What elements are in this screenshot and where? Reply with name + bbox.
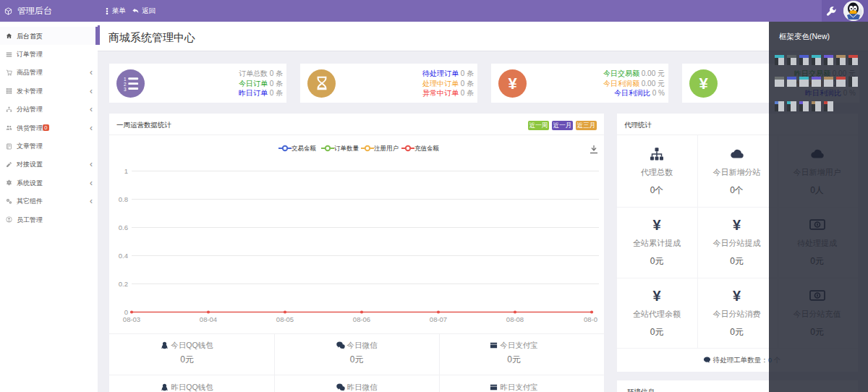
svg-text:08-0: 08-0	[584, 315, 597, 323]
svg-text:08-03: 08-03	[123, 315, 140, 323]
svg-text:08-08: 08-08	[506, 315, 524, 323]
svg-text:充值金额: 充值金额	[414, 145, 440, 152]
svg-text:08-07: 08-07	[430, 315, 447, 323]
svg-text:08-04: 08-04	[200, 315, 217, 323]
svg-text:0.2: 0.2	[119, 280, 128, 288]
svg-text:0.6: 0.6	[119, 223, 128, 231]
svg-text:1: 1	[124, 167, 128, 175]
svg-text:注册用户: 注册用户	[374, 145, 399, 152]
svg-text:3: 3	[123, 86, 126, 91]
svg-text:0.4: 0.4	[119, 252, 128, 260]
svg-text:订单数量: 订单数量	[334, 145, 359, 152]
svg-text:交易金额: 交易金额	[292, 145, 317, 152]
svg-text:1: 1	[123, 76, 126, 81]
svg-text:08-05: 08-05	[276, 315, 294, 323]
svg-text:0.8: 0.8	[119, 195, 128, 203]
svg-text:2: 2	[123, 81, 126, 86]
svg-text:08-06: 08-06	[353, 315, 370, 323]
